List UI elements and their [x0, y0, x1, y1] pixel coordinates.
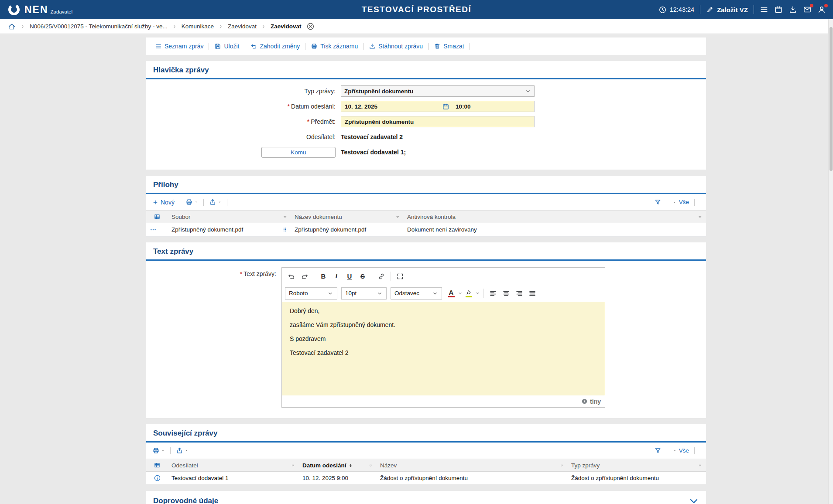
align-justify-button[interactable] [526, 287, 539, 300]
topbar-divider [754, 5, 754, 14]
toolbar-separator [667, 199, 667, 206]
row-info-button[interactable] [146, 472, 168, 485]
attachment-document-name[interactable]: Zpřístupněný dokument.pdf [291, 223, 404, 236]
date-input[interactable]: 10. 12. 2025 [345, 103, 442, 110]
editor-brand-label[interactable]: tiny [590, 398, 601, 405]
section-title: Hlavička zprávy [153, 66, 209, 75]
profile-button[interactable] [817, 5, 826, 14]
filter-icon[interactable] [395, 215, 400, 219]
highlight-color-menu-button[interactable] [474, 287, 481, 300]
grid-settings-header[interactable] [146, 459, 168, 472]
column-header-datum[interactable]: Datum odeslání [299, 459, 377, 472]
grid-icon [154, 462, 161, 469]
topbar: NEN Zadavatel TESTOVACÍ PROSTŘEDÍ 12:43:… [0, 0, 833, 19]
attachment-file-cell[interactable]: Zpřístupněný dokument.pdf [168, 223, 291, 236]
align-left-button[interactable] [487, 287, 500, 300]
fullscreen-button[interactable] [394, 270, 407, 283]
breadcrumb-item-procurement[interactable]: N006/25/V00012075 - Telekomunikační služ… [30, 23, 168, 30]
undo-button[interactable] [285, 270, 298, 283]
message-list-button[interactable]: Seznam zpráv [155, 43, 203, 50]
text-color-button[interactable]: A [446, 287, 456, 300]
download-message-button[interactable]: Stáhnout zprávu [369, 43, 423, 50]
highlight-color-swatch [466, 296, 472, 297]
recipients-value: Testovací dodavatel 1; [341, 149, 406, 156]
print-grid-button[interactable] [185, 198, 198, 206]
export-grid-button[interactable] [209, 198, 222, 206]
text-color-menu-button[interactable] [456, 287, 463, 300]
discard-changes-button[interactable]: Zahodit změny [250, 43, 300, 50]
column-header-odesilatel[interactable]: Odesílatel [168, 459, 299, 472]
breadcrumb-item-komunikace[interactable]: Komunikace [182, 23, 214, 30]
align-left-icon [489, 289, 497, 297]
toolbar-separator [203, 199, 204, 206]
subject-input[interactable]: Zpřístupnění dokumentu [341, 116, 535, 127]
drag-handle[interactable] [282, 227, 288, 232]
filter-icon[interactable] [698, 215, 703, 219]
font-size-select[interactable]: 10pt [341, 287, 387, 300]
print-grid-button[interactable] [152, 447, 165, 454]
block-format-select[interactable]: Odstavec [391, 287, 442, 300]
view-all-button[interactable]: Vše [672, 199, 689, 205]
scrollbar-thumb[interactable] [830, 27, 833, 171]
home-button[interactable] [8, 23, 16, 31]
calendar-button[interactable] [774, 5, 783, 14]
subject-label: Předmět: [311, 118, 336, 125]
list-icon [155, 43, 162, 50]
filter-button[interactable] [654, 198, 662, 206]
font-family-select[interactable]: Roboto [285, 287, 337, 300]
page-scrollbar[interactable] [828, 19, 833, 504]
save-button[interactable]: Uložit [214, 43, 239, 50]
breadcrumb-item-zaevidovat[interactable]: Zaevidovat [228, 23, 257, 30]
undo-icon [250, 43, 257, 50]
filter-icon[interactable] [291, 463, 295, 468]
align-center-button[interactable] [500, 287, 513, 300]
underline-button[interactable]: U [343, 270, 356, 283]
new-attachment-button[interactable]: Nový [152, 199, 175, 206]
message-text-label: Text zprávy: [243, 270, 276, 277]
column-header-soubor[interactable]: Soubor [168, 211, 291, 223]
date-picker-button[interactable] [442, 103, 449, 110]
strikethrough-button[interactable]: S [356, 270, 369, 283]
print-record-button[interactable]: Tisk záznamu [311, 43, 358, 50]
filter-button[interactable] [654, 447, 662, 454]
column-header-nazev[interactable]: Název dokumentu [291, 211, 404, 223]
message-type-select[interactable]: Zpřístupnění dokumentu [341, 85, 535, 97]
editor-content[interactable]: Dobrý den, zasíláme Vám zpřístupněný dok… [282, 302, 605, 395]
filter-icon[interactable] [698, 463, 703, 468]
highlight-color-button[interactable] [463, 287, 474, 300]
messages-button[interactable] [803, 5, 812, 14]
column-header-typ[interactable]: Typ zprávy [568, 459, 706, 472]
column-header-antivir[interactable]: Antivirová kontrola [404, 211, 706, 223]
related-table: Odesílatel Datum odeslání Název Typ zprá… [146, 459, 706, 485]
view-all-button[interactable]: Vše [672, 447, 689, 454]
filter-icon[interactable] [283, 215, 288, 219]
toolbar-separator [180, 199, 180, 206]
notification-dot [824, 4, 828, 7]
align-right-button[interactable] [513, 287, 526, 300]
time-input[interactable]: 10:00 [449, 103, 531, 110]
sender-value: Testovací zadavatel 2 [341, 133, 403, 140]
brand[interactable]: NEN Zadavatel [7, 3, 72, 17]
delete-button[interactable]: Smazat [434, 43, 464, 50]
filter-icon[interactable] [368, 463, 373, 468]
insert-link-button[interactable] [375, 270, 388, 283]
create-vz-button[interactable]: Založit VZ [706, 6, 748, 14]
redo-button[interactable] [298, 270, 311, 283]
related-message-row[interactable]: Testovací dodavatel 1 10. 12. 2025 9:00 … [146, 472, 706, 485]
italic-button[interactable]: I [330, 270, 343, 283]
column-header-nazev[interactable]: Název [377, 459, 568, 472]
column-label: Antivirová kontrola [407, 214, 456, 220]
menu-button[interactable] [760, 5, 768, 14]
expand-section-button[interactable] [689, 496, 699, 504]
chevron-down-icon [218, 200, 222, 204]
downloads-button[interactable] [788, 5, 797, 14]
close-tab-button[interactable] [306, 22, 315, 31]
grid-settings-header[interactable] [146, 211, 168, 223]
bold-button[interactable]: B [317, 270, 330, 283]
export-grid-button[interactable] [176, 447, 189, 454]
row-actions-button[interactable] [146, 223, 168, 236]
filter-icon[interactable] [559, 463, 564, 468]
attachment-row[interactable]: Zpřístupněný dokument.pdf Zpřístupněný d… [146, 223, 706, 236]
recipients-button[interactable]: Komu [261, 147, 336, 158]
breadcrumb-item-current[interactable]: Zaevidovat [271, 23, 302, 30]
